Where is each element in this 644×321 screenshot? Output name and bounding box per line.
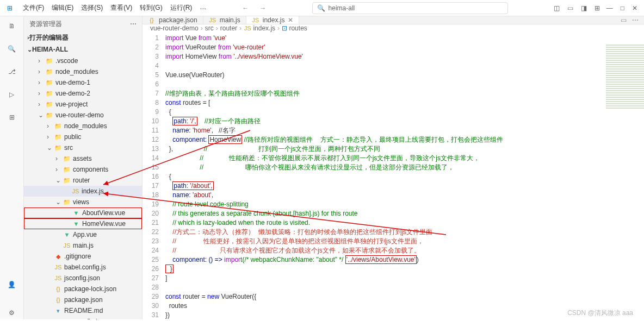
menu-item[interactable]: 查看(V) bbox=[107, 1, 135, 15]
tree-item[interactable]: ›📁public bbox=[24, 131, 142, 142]
workspace-root[interactable]: ⌄ HEIMA-ALL bbox=[24, 43, 142, 55]
menu-item[interactable]: 编辑(E) bbox=[48, 1, 77, 15]
titlebar: ⊞ 文件(F)编辑(E)选择(S)查看(V)转到(G)运行(R)… ←→ 🔍he… bbox=[0, 0, 644, 16]
sidebar-header: 资源管理器 ⋯ bbox=[24, 16, 142, 32]
tabs: {}package.jsonJSmain.jsJSindex.js✕▭⋯ bbox=[143, 16, 644, 24]
main-menu: 文件(F)编辑(E)选择(S)查看(V)转到(G)运行(R)… bbox=[20, 1, 209, 15]
menu-item[interactable]: 文件(F) bbox=[20, 1, 47, 15]
menu-item[interactable]: 转到(G) bbox=[137, 1, 165, 15]
tree-item[interactable]: ⌄📁views bbox=[24, 197, 142, 207]
tree-item[interactable]: ›📁components bbox=[24, 164, 142, 175]
tree-item[interactable]: ›📁assets bbox=[24, 153, 142, 164]
scm-icon[interactable]: ⎇ bbox=[5, 65, 18, 78]
editor[interactable]: 1234567891011121314151617181920212223242… bbox=[143, 32, 644, 321]
file-tree: ›📁.vscode›📁node_modules›📁vue-demo-1›📁vue… bbox=[24, 55, 142, 319]
sidebar-title: 资源管理器 bbox=[29, 20, 62, 29]
tree-item[interactable]: ▼App.vue bbox=[24, 229, 142, 240]
tree-item[interactable]: ⌄📁vue-router-demo bbox=[24, 110, 142, 121]
debug-icon[interactable]: ▷ bbox=[5, 88, 18, 101]
tabs-actions[interactable]: ▭⋯ bbox=[621, 16, 644, 24]
tree-item[interactable]: JSvue.config.js bbox=[24, 316, 142, 319]
tab[interactable]: JSmain.js bbox=[203, 16, 246, 24]
tree-item[interactable]: ›📁node_modules bbox=[24, 66, 142, 77]
settings-icon[interactable]: ⚙ bbox=[5, 306, 18, 319]
tree-item[interactable]: ›📁vue-demo-2 bbox=[24, 88, 142, 99]
tab[interactable]: {}package.json bbox=[143, 16, 203, 24]
tree-item[interactable]: ›📁vue-project bbox=[24, 99, 142, 110]
layout-controls[interactable]: ◫▭◨⊞ bbox=[554, 4, 600, 12]
search-text: heima-all bbox=[329, 4, 355, 12]
activity-bar: 🗎 🔍 ⎇ ▷ ⊞ 👤 ⚙ bbox=[0, 16, 24, 319]
more-icon[interactable]: ⋯ bbox=[130, 20, 137, 28]
menu-item[interactable]: … bbox=[196, 1, 209, 15]
tree-item[interactable]: ›📁node_modules bbox=[24, 121, 142, 131]
nav-arrows[interactable]: ←→ bbox=[242, 4, 266, 12]
tab[interactable]: JSindex.js✕ bbox=[246, 16, 300, 24]
vscode-logo-icon: ⊞ bbox=[0, 4, 20, 12]
tree-item[interactable]: {}package.json bbox=[24, 294, 142, 305]
tree-item[interactable]: ›📁vue-demo-1 bbox=[24, 77, 142, 88]
command-center[interactable]: 🔍heima-all bbox=[266, 2, 553, 14]
search-icon[interactable]: 🔍 bbox=[5, 42, 18, 55]
tree-item[interactable]: JSbabel.config.js bbox=[24, 262, 142, 273]
sidebar: 资源管理器 ⋯ › 打开的编辑器 ⌄ HEIMA-ALL ›📁.vscode›📁… bbox=[24, 16, 143, 319]
tree-item[interactable]: ⌄📁router bbox=[24, 175, 142, 186]
tree-item[interactable]: ⌄📁src bbox=[24, 142, 142, 153]
tree-item[interactable]: ▼AboutView.vue bbox=[24, 207, 142, 218]
extensions-icon[interactable]: ⊞ bbox=[5, 111, 18, 124]
tree-item[interactable]: {}package-lock.json bbox=[24, 284, 142, 294]
editor-area: {}package.jsonJSmain.jsJSindex.js✕▭⋯ vue… bbox=[143, 16, 644, 319]
search-icon: 🔍 bbox=[317, 4, 325, 12]
code-content[interactable]: import Vue from 'vue' import VueRouter f… bbox=[165, 32, 644, 321]
breadcrumb[interactable]: vue-router-demo›src›router›JS index.js›⊡… bbox=[143, 24, 644, 32]
account-icon[interactable]: 👤 bbox=[5, 278, 18, 291]
tree-item[interactable]: JSjsconfig.json bbox=[24, 273, 142, 284]
tree-item[interactable]: JSindex.js bbox=[24, 186, 142, 197]
window-controls[interactable]: —□✕ bbox=[606, 4, 637, 12]
tree-item[interactable]: ›📁.vscode bbox=[24, 55, 142, 66]
explorer-icon[interactable]: 🗎 bbox=[5, 20, 18, 33]
minimap[interactable] bbox=[606, 45, 644, 110]
menu-item[interactable]: 运行(R) bbox=[167, 1, 196, 15]
open-editors-section[interactable]: › 打开的编辑器 bbox=[24, 32, 142, 43]
tree-item[interactable]: ◆.gitignore bbox=[24, 251, 142, 262]
tree-item[interactable]: ▼HomeView.vue bbox=[24, 218, 142, 229]
tree-item[interactable]: ▾README.md bbox=[24, 305, 142, 316]
tree-item[interactable]: JSmain.js bbox=[24, 240, 142, 251]
line-gutter: 1234567891011121314151617181920212223242… bbox=[143, 32, 165, 321]
menu-item[interactable]: 选择(S) bbox=[78, 1, 106, 15]
watermark: CSDN @清风微凉 aaa bbox=[567, 309, 633, 318]
